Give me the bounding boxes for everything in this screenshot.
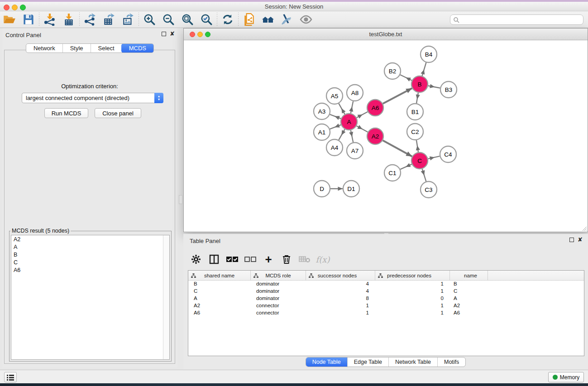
graph-node-A2[interactable]: A2 [367, 128, 383, 144]
control-panel-tabbar: NetworkStyleSelectMCDS [2, 43, 177, 53]
column-header-successor-nodes[interactable]: successor nodes [306, 271, 375, 280]
delete-column-icon[interactable] [278, 252, 295, 267]
memory-button[interactable]: Memory [548, 372, 584, 382]
table-row[interactable]: Bdominator41B [188, 281, 584, 288]
graph-node-D1[interactable]: D1 [343, 181, 359, 197]
mcds-result-fieldset: MCDS result (5 nodes) A2ABCA6 [9, 228, 172, 362]
graph-node-A4[interactable]: A4 [326, 139, 343, 156]
import-table-icon[interactable] [59, 12, 78, 27]
tab-node-table[interactable]: Node Table [306, 357, 347, 367]
settings-gear-icon[interactable] [188, 252, 204, 267]
column-header-name[interactable]: name [450, 271, 488, 280]
add-column-icon[interactable]: + [260, 252, 277, 267]
edge-arrowhead [335, 124, 339, 128]
graph-node-B3[interactable]: B3 [440, 81, 457, 98]
network-canvas[interactable]: AA1A2A3A4A5A6A7A8BB1B2B3B4CC1C2C3C4DD1 [184, 40, 588, 232]
graph-node-A6[interactable]: A6 [367, 100, 383, 116]
table-cell: 1 [306, 310, 375, 317]
svg-text:C2: C2 [411, 129, 419, 135]
mcds-result-item[interactable]: C [11, 258, 169, 266]
show-hide-eye-icon[interactable] [296, 12, 316, 27]
vertical-splitter-handle[interactable] [179, 195, 182, 204]
export-table-icon[interactable] [100, 12, 119, 27]
task-history-button[interactable] [4, 372, 17, 382]
mcds-result-item[interactable]: B [11, 251, 169, 258]
graph-node-C3[interactable]: C3 [421, 181, 437, 198]
graph-node-B2[interactable]: B2 [384, 63, 401, 79]
criterion-dropdown[interactable]: largest connected component (directed) ▲… [22, 93, 163, 103]
refresh-icon[interactable] [218, 12, 237, 27]
export-network-icon[interactable] [81, 12, 100, 27]
table-close-panel-icon[interactable]: ✘ [578, 238, 583, 242]
graph-node-C4[interactable]: C4 [440, 146, 456, 162]
window-title: Session: New Session [0, 3, 588, 10]
svg-text:A7: A7 [351, 148, 359, 154]
table-float-panel-icon[interactable] [569, 238, 574, 242]
mcds-result-item[interactable]: A [11, 243, 169, 251]
toolbar-separator [238, 13, 239, 26]
table-row[interactable]: Adominator80A [188, 295, 584, 302]
mcds-result-item[interactable]: A2 [11, 235, 169, 243]
float-panel-icon[interactable] [162, 32, 166, 36]
graph-node-B[interactable]: B [411, 76, 428, 92]
mcds-result-item[interactable]: A6 [11, 266, 169, 274]
visual-styles-icon[interactable] [277, 12, 296, 27]
graph-node-A[interactable]: A [341, 114, 357, 130]
column-layout-icon[interactable] [206, 252, 222, 267]
graph-node-B4[interactable]: B4 [421, 46, 437, 62]
table-panel-title: Table Panel [190, 238, 220, 244]
graph-node-C1[interactable]: C1 [384, 165, 401, 181]
search-input[interactable] [459, 17, 583, 23]
open-file-icon[interactable] [0, 12, 19, 27]
graph-node-A5[interactable]: A5 [326, 88, 343, 104]
home-views-icon[interactable] [258, 12, 277, 27]
export-image-icon[interactable] [119, 12, 138, 27]
graph-node-D[interactable]: D [314, 181, 330, 197]
graph-node-B1[interactable]: B1 [407, 104, 423, 120]
graph-node-A8[interactable]: A8 [347, 85, 363, 101]
graph-node-A3[interactable]: A3 [314, 103, 330, 119]
tab-motifs[interactable]: Motifs [437, 357, 465, 367]
zoom-out-icon[interactable] [159, 12, 178, 27]
close-panel-button[interactable]: Close panel [95, 108, 141, 118]
tab-network[interactable]: Network [26, 44, 62, 52]
table-cell: C [188, 288, 251, 295]
run-mcds-button[interactable]: Run MCDS [44, 108, 88, 118]
save-session-icon[interactable] [19, 12, 38, 27]
edge-arrowhead [421, 69, 425, 74]
graph-node-A7[interactable]: A7 [347, 143, 363, 159]
column-header-shared-name[interactable]: shared name [188, 271, 251, 280]
svg-text:C4: C4 [444, 151, 452, 158]
network-window-title: testGlobe.txt [184, 31, 588, 38]
select-all-checkboxes-icon[interactable] [224, 252, 240, 267]
resize-grip-icon[interactable] [582, 226, 587, 231]
zoom-fit-icon[interactable] [178, 12, 197, 27]
network-window-titlebar: testGlobe.txt [184, 29, 588, 40]
network-document-icon[interactable] [239, 12, 258, 27]
tab-edge-table[interactable]: Edge Table [347, 357, 388, 367]
result-list-scrollbar[interactable] [163, 235, 169, 359]
graph-node-C[interactable]: C [411, 152, 428, 169]
column-header-predecessor-nodes[interactable]: predecessor nodes [375, 271, 450, 280]
tab-network-table[interactable]: Network Table [388, 357, 437, 367]
table-row[interactable]: Cdominator41C [188, 288, 584, 295]
mcds-result-title: MCDS result (5 nodes) [10, 228, 71, 234]
zoom-in-icon[interactable] [140, 12, 159, 27]
table-row[interactable]: A2connector11A2 [188, 302, 584, 310]
tab-mcds[interactable]: MCDS [121, 43, 154, 53]
zoom-selected-icon[interactable] [197, 12, 216, 27]
column-header-MCDS-role[interactable]: MCDS role [251, 271, 306, 280]
table-row[interactable]: A6connector11A6 [188, 310, 584, 317]
graph-node-A1[interactable]: A1 [314, 124, 330, 140]
svg-text:B1: B1 [411, 109, 419, 115]
search-box[interactable] [450, 14, 583, 25]
tab-select[interactable]: Select [91, 44, 122, 52]
deselect-all-checkboxes-icon[interactable] [242, 252, 258, 267]
edge-arrowhead [335, 116, 339, 120]
import-network-icon[interactable] [40, 12, 59, 27]
tab-style[interactable]: Style [62, 44, 91, 52]
table-cell: A2 [450, 302, 488, 310]
table-cell: dominator [251, 281, 306, 288]
graph-node-C2[interactable]: C2 [407, 124, 423, 140]
close-panel-icon[interactable]: ✘ [170, 32, 175, 36]
